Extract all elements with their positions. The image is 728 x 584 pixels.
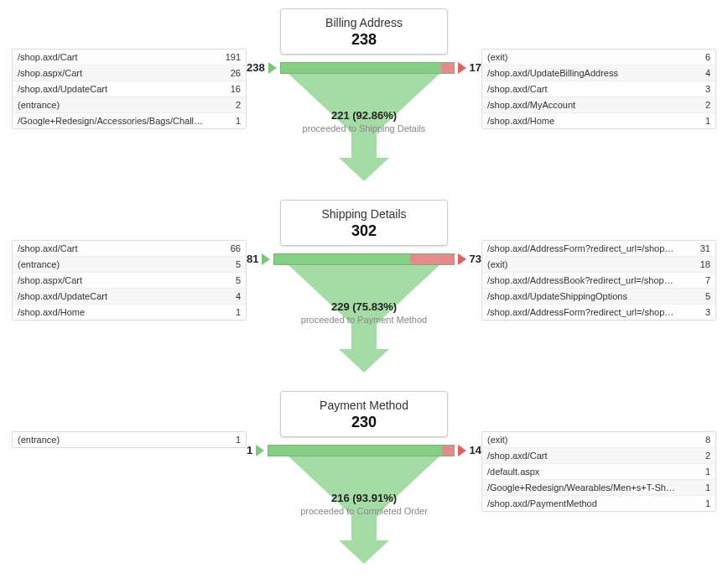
table-row[interactable]: /shop.axd/AddressForm?redirect_url=/shop… [482,305,715,320]
destination-count: 1 [700,467,710,477]
exit-destinations-column: (exit)6/shop.axd/UpdateBillingAddress4/s… [481,8,716,129]
entry-sources-table: (entrance)1 [12,431,247,448]
table-row[interactable]: /shop.axd/UpdateBillingAddress4 [482,65,715,81]
flow-bar-row: 114 [247,444,481,456]
stage-title: Shipping Details [289,207,439,221]
proceed-label: 229 (75.83%)proceeded to Payment Method [280,300,448,325]
destination-path: /Google+Redesign/Wearables/Men+s+T-Sh… [487,482,675,493]
table-row[interactable]: /shop.aspx/Cart26 [13,65,246,81]
table-row[interactable]: /shop.aspx/Cart5 [13,273,246,289]
source-count: 1 [231,116,241,126]
table-row[interactable]: /shop.axd/Cart2 [482,448,715,464]
destination-count: 2 [700,451,710,461]
destination-count: 5 [700,291,710,301]
destination-path: /shop.axd/AddressForm?redirect_url=/shop… [487,243,673,253]
table-row[interactable]: /shop.axd/Home1 [13,305,246,320]
source-path: /shop.aspx/Cart [18,68,82,78]
entry-sources-column: /shop.axd/Cart66(entrance)5/shop.aspx/Ca… [12,200,247,321]
stage-header-box[interactable]: Billing Address238 [280,8,448,55]
destination-path: /shop.axd/PaymentMethod [487,498,597,508]
destination-count: 1 [700,498,710,508]
destination-path: (exit) [487,52,507,62]
destination-path: /shop.axd/AddressBook?redirect_url=/shop… [487,275,673,285]
destination-path: /shop.axd/Cart [487,451,548,461]
arrow-right-icon [458,253,466,265]
source-count: 1 [231,307,241,317]
arrow-right-icon [458,62,466,74]
destination-count: 2 [700,100,710,110]
table-row[interactable]: /shop.axd/AddressForm?redirect_url=/shop… [482,241,715,257]
stage-count: 238 [289,31,439,49]
table-row[interactable]: /Google+Redesign/Wearables/Men+s+T-Sh…1 [482,480,715,496]
exits-count: 73 [470,253,481,265]
table-row[interactable]: /default.aspx1 [482,464,715,480]
funnel-shape: 221 (92.86%)proceeded to Shipping Detail… [280,74,448,175]
stage-header-box[interactable]: Payment Method230 [280,391,448,437]
stage-center: Billing Address23823817 221 (92.86%)proc… [247,8,481,175]
destination-path: (exit) [487,259,507,269]
table-row[interactable]: /shop.axd/UpdateShippingOptions5 [482,289,715,305]
funnel-shape: 216 (93.91%)proceeded to Completed Order [280,456,448,557]
bar-exit-segment [410,254,453,264]
arrow-right-icon [268,62,277,74]
proceed-count: 221 (92.86%) [280,109,448,122]
entry-sources-table: /shop.axd/Cart191/shop.aspx/Cart26/shop.… [12,49,247,129]
conversion-bar [273,253,454,265]
source-path: /Google+Redesign/Accessories/Bags/Chall… [18,116,203,126]
destination-count: 3 [700,307,710,317]
table-row[interactable]: (exit)18 [482,257,715,273]
table-row[interactable]: /shop.axd/Cart191 [13,50,246,65]
proceed-label: 221 (92.86%)proceeded to Shipping Detail… [280,109,448,133]
table-row[interactable]: /shop.axd/Cart3 [482,81,715,97]
arrow-right-icon [262,253,270,265]
source-path: /shop.axd/UpdateCart [18,84,107,94]
destination-count: 1 [700,482,710,493]
destination-path: /shop.axd/UpdateBillingAddress [487,68,618,78]
table-row[interactable]: /shop.axd/PaymentMethod1 [482,496,715,511]
source-path: /shop.axd/Cart [18,243,78,253]
exits-count: 17 [470,61,481,74]
table-row[interactable]: /shop.axd/MyAccount2 [482,97,715,113]
conversion-bar [280,62,455,74]
destination-path: /default.aspx [487,467,539,477]
exit-destinations-table: /shop.axd/AddressForm?redirect_url=/shop… [481,240,716,321]
table-row[interactable]: (entrance)5 [13,257,246,273]
source-count: 191 [221,52,241,62]
destination-count: 3 [700,84,710,94]
table-row[interactable]: /shop.axd/UpdateCart4 [13,289,246,305]
table-row[interactable]: (entrance)1 [13,432,246,447]
proceed-count: 216 (93.91%) [280,492,448,504]
destination-path: /shop.axd/UpdateShippingOptions [487,291,627,301]
stage-title: Payment Method [289,399,439,412]
stage-header-box[interactable]: Shipping Details302 [280,200,448,246]
stage-center: Payment Method230114 216 (93.91%)proceed… [247,391,481,557]
proceed-label: 216 (93.91%)proceeded to Completed Order [280,492,448,516]
table-row[interactable]: /shop.axd/Home1 [482,113,715,128]
table-row[interactable]: /Google+Redesign/Accessories/Bags/Chall…… [13,113,246,128]
stage-count: 230 [289,414,439,431]
destination-count: 1 [700,116,710,126]
table-row[interactable]: (exit)6 [482,50,715,65]
table-row[interactable]: (entrance)2 [13,97,246,113]
table-row[interactable]: /shop.axd/Cart66 [13,241,246,257]
entry-sources-column: (entrance)1 [12,391,247,448]
source-path: (entrance) [18,259,60,269]
stage-center: Shipping Details3028173 229 (75.83%)proc… [247,200,481,366]
entries-count-label: 238 [247,61,277,74]
funnel-visualization: /shop.axd/Cart191/shop.aspx/Cart26/shop.… [12,8,716,557]
table-row[interactable]: /shop.axd/UpdateCart16 [13,81,246,97]
table-row[interactable]: /shop.axd/AddressBook?redirect_url=/shop… [482,273,715,289]
table-row[interactable]: (exit)8 [482,432,715,448]
exit-destinations-table: (exit)6/shop.axd/UpdateBillingAddress4/s… [481,49,716,129]
bar-exit-segment [441,63,454,73]
destination-path: /shop.axd/AddressForm?redirect_url=/shop… [487,307,673,317]
entries-count-label: 81 [247,253,270,265]
source-path: /shop.aspx/Cart [18,275,82,285]
entries-count: 81 [247,253,258,265]
conversion-bar [268,445,454,456]
proceed-subtext: proceeded to Completed Order [280,506,448,516]
source-path: (entrance) [18,100,60,110]
funnel-stage: /shop.axd/Cart66(entrance)5/shop.aspx/Ca… [12,200,716,366]
source-path: /shop.axd/Cart [18,52,78,62]
entry-sources-table: /shop.axd/Cart66(entrance)5/shop.aspx/Ca… [12,240,247,321]
